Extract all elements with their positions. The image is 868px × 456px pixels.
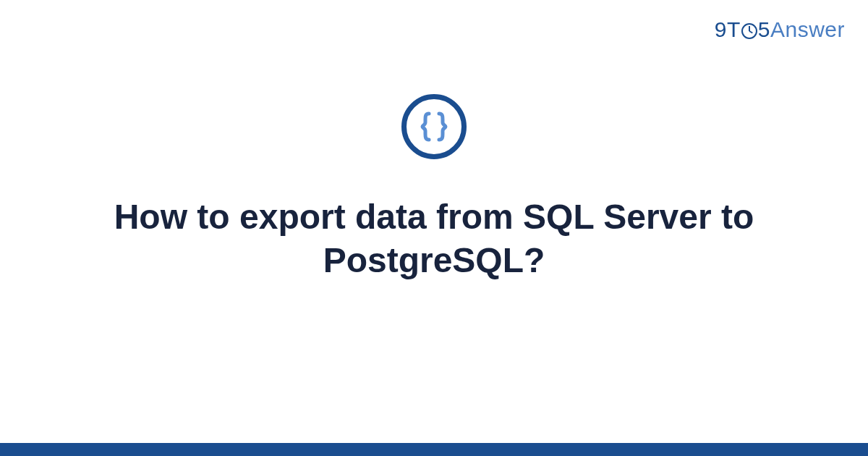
page-title: How to export data from SQL Server to Po… xyxy=(109,195,760,282)
main-content: How to export data from SQL Server to Po… xyxy=(0,94,868,282)
logo-t: T xyxy=(727,17,741,41)
braces-svg xyxy=(417,109,451,144)
logo-five: 5 xyxy=(758,17,770,41)
site-logo: 9T5Answer xyxy=(715,17,845,42)
curly-braces-icon xyxy=(401,94,467,159)
clock-icon xyxy=(741,23,757,39)
logo-nine: 9 xyxy=(715,17,727,41)
bottom-accent-bar xyxy=(0,443,868,456)
logo-answer: Answer xyxy=(770,17,845,41)
